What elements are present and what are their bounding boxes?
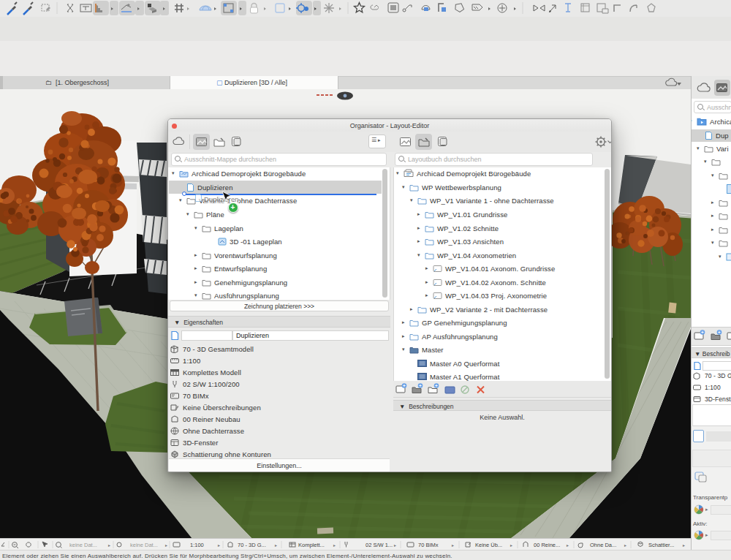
- svg-text:00 Reine...: 00 Reine...: [534, 542, 560, 548]
- svg-text:keine Dat...: keine Dat...: [130, 542, 158, 548]
- svg-text:▸: ▸: [275, 543, 277, 548]
- svg-text:▸: ▸: [108, 543, 110, 548]
- svg-text:▸: ▸: [567, 543, 569, 548]
- svg-text:70 - 3D G...: 70 - 3D G...: [238, 542, 266, 548]
- svg-text:02 S/W 1...: 02 S/W 1...: [366, 542, 393, 548]
- svg-text:▸: ▸: [394, 543, 396, 548]
- svg-text:▸: ▸: [165, 543, 167, 548]
- svg-text:▸: ▸: [683, 543, 685, 548]
- svg-text:Keine Üb...: Keine Üb...: [475, 542, 502, 548]
- svg-text:▸: ▸: [218, 543, 220, 548]
- svg-text:Schattier...: Schattier...: [648, 542, 674, 548]
- svg-text:▸: ▸: [510, 543, 512, 548]
- svg-text:▸: ▸: [333, 543, 336, 548]
- svg-text:Komplett...: Komplett...: [298, 542, 325, 548]
- svg-text:1:100: 1:100: [190, 542, 204, 548]
- svg-text:▸: ▸: [452, 543, 454, 548]
- svg-text:▸: ▸: [624, 543, 626, 548]
- svg-text:70 BIMx: 70 BIMx: [418, 542, 439, 548]
- svg-text:keine Dat...: keine Dat...: [69, 542, 97, 548]
- svg-text:Ohne Da...: Ohne Da...: [590, 542, 616, 548]
